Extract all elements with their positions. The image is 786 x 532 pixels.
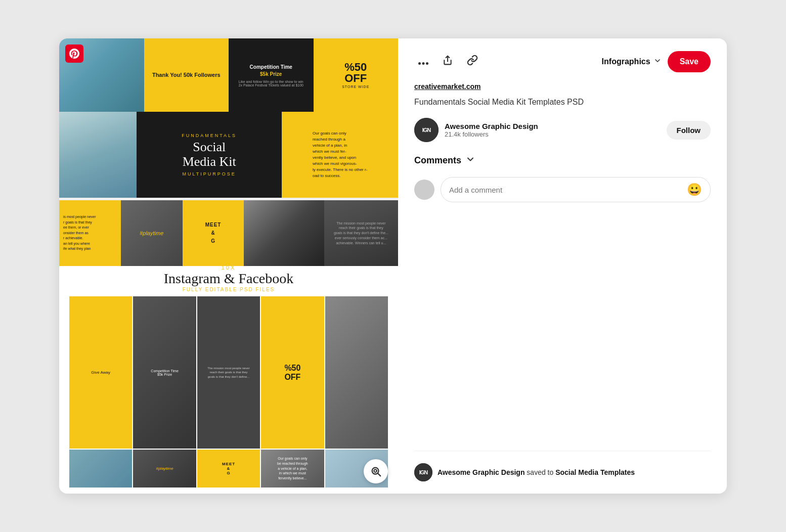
author-name[interactable]: Awesome Graphic Design	[445, 122, 661, 130]
cell-r1c4-text: %50OFF	[344, 62, 367, 84]
mosaic-row-bottom: 10X Instagram & Facebook FULLY EDITABLE …	[59, 258, 398, 494]
main-container: Thank You! 50k Followers Competition Tim…	[59, 38, 727, 494]
mosaic-cell-r1c4: %50OFF STORE WIDE	[314, 38, 399, 112]
author-section: IGN Awesome Graphic Design 21.4k followe…	[414, 118, 711, 142]
mosaic-cell-r1c2: Thank You! 50k Followers	[144, 38, 229, 112]
pinterest-badge	[65, 45, 83, 63]
toolbar-left	[414, 51, 596, 72]
bg-c4: %50OFF	[284, 364, 300, 382]
ign-logo: IGN	[414, 118, 439, 142]
more-options-button[interactable]	[414, 52, 432, 71]
mosaic-cell-r1c1	[59, 38, 144, 112]
comments-title: Comments	[414, 155, 461, 166]
mosaic-cell-r3c1: is most people neverr goals is that they…	[59, 200, 121, 266]
link-icon	[467, 55, 478, 68]
attribution-board[interactable]: Social Media Templates	[555, 468, 635, 476]
lens-search-button[interactable]	[364, 459, 388, 483]
board-selector-button[interactable]: Infographics	[602, 57, 662, 67]
cell-r1c3-sub: Like and follow Win go to the show to wi…	[239, 80, 303, 87]
bg-c1: Give Away	[89, 368, 112, 377]
svg-line-1	[378, 473, 380, 476]
attribution-text: Awesome Graphic Design saved to Social M…	[438, 468, 635, 476]
comment-input-wrap: 😀	[441, 177, 711, 202]
mosaic-cell-r2c2: FUNDAMENTALS SocialMedia Kit MULTIPURPOS…	[137, 112, 282, 198]
comment-user-avatar	[414, 180, 434, 200]
attribution-avatar: IGN	[414, 463, 432, 481]
r3c2-hashtag: #playtime	[140, 230, 163, 236]
mosaic-cell-r1c3: Competition Time$5k Prize Like and follo…	[229, 38, 314, 112]
source-link[interactable]: creativemarket.com	[414, 82, 711, 91]
comments-toggle[interactable]: Comments	[414, 154, 711, 167]
svg-point-2	[374, 469, 377, 472]
comments-chevron-icon	[465, 154, 475, 167]
attribution-row: IGN Awesome Graphic Design saved to Soci…	[414, 451, 711, 481]
toolbar: Infographics Save	[414, 51, 711, 72]
svg-point-4	[422, 62, 425, 65]
mosaic-cell-r3c4	[244, 200, 324, 266]
r2c2-title: SocialMedia Kit	[183, 140, 236, 169]
left-panel: Thank You! 50k Followers Competition Tim…	[59, 38, 398, 494]
mosaic-cell-r2c3: Our goals can onlyreached through avehic…	[282, 112, 398, 198]
pin-title: Fundamentals Social Media Kit Templates …	[414, 97, 711, 108]
author-avatar: IGN	[414, 118, 439, 142]
pin-image-mosaic: Thank You! 50k Followers Competition Tim…	[59, 38, 398, 494]
chevron-down-icon	[653, 57, 662, 67]
share-button[interactable]	[439, 51, 457, 72]
more-icon	[418, 56, 428, 67]
bottom-sub: FULLY EDITABLE PSD FILES	[69, 287, 388, 292]
mosaic-row-2: FUNDAMENTALS SocialMedia Kit MULTIPURPOS…	[59, 112, 398, 198]
right-panel: Infographics Save creativemarket.com Fun…	[398, 38, 727, 494]
emoji-button[interactable]: 😀	[687, 183, 702, 197]
bg-r2c2: #playtime	[156, 466, 173, 471]
save-button[interactable]: Save	[668, 51, 711, 72]
board-name: Infographics	[602, 57, 650, 66]
mosaic-cell-r3c5: The mission most people neverreach their…	[324, 200, 398, 266]
cell-r1c4-sub: STORE WIDE	[342, 85, 369, 88]
svg-point-5	[426, 62, 428, 65]
attribution-author[interactable]: Awesome Graphic Design	[438, 468, 525, 476]
r2c3-quote: Our goals can onlyreached through avehic…	[313, 130, 367, 179]
cell-r1c3-text: Competition Time$5k Prize	[250, 64, 292, 78]
r3c5-text: The mission most people neverreach their…	[331, 218, 391, 249]
comment-input-row: 😀	[414, 177, 711, 202]
link-button[interactable]	[463, 51, 482, 72]
r2c2-fundamentals: FUNDAMENTALS	[182, 133, 237, 138]
bg-r2c4: Our goals can onlybe reached througha ve…	[275, 454, 310, 483]
mosaic-cell-r2c1	[59, 112, 137, 198]
bg-c3: The mission most people neverreach their…	[205, 364, 251, 381]
bg-c2: Competition Time$5k Prize	[149, 367, 180, 378]
mosaic-cell-r3c2: #playtime	[121, 200, 183, 266]
follow-button[interactable]: Follow	[667, 121, 711, 140]
comment-input[interactable]	[449, 186, 683, 194]
attribution-ign-logo: IGN	[414, 463, 432, 481]
author-info: Awesome Graphic Design 21.4k followers	[445, 122, 661, 138]
r3c3-text: MEET&G	[205, 221, 222, 245]
r2c2-multipurpose: MULTIPURPOSE	[183, 171, 236, 176]
mosaic-cell-r3c3: MEET&G	[183, 200, 244, 266]
mosaic-row-1: Thank You! 50k Followers Competition Tim…	[59, 38, 398, 112]
mosaic-row-3: is most people neverr goals is that they…	[59, 200, 398, 256]
attribution-action-text: saved to	[527, 468, 553, 476]
r3c1-text: is most people neverr goals is that they…	[63, 214, 96, 252]
share-icon	[443, 55, 453, 68]
svg-point-3	[418, 62, 421, 65]
bg-r2c3: MEET&G	[222, 462, 235, 475]
bottom-line2: Instagram & Facebook	[69, 271, 388, 287]
cell-r1c2-text: Thank You! 50k Followers	[152, 71, 221, 78]
author-followers: 21.4k followers	[445, 130, 661, 138]
